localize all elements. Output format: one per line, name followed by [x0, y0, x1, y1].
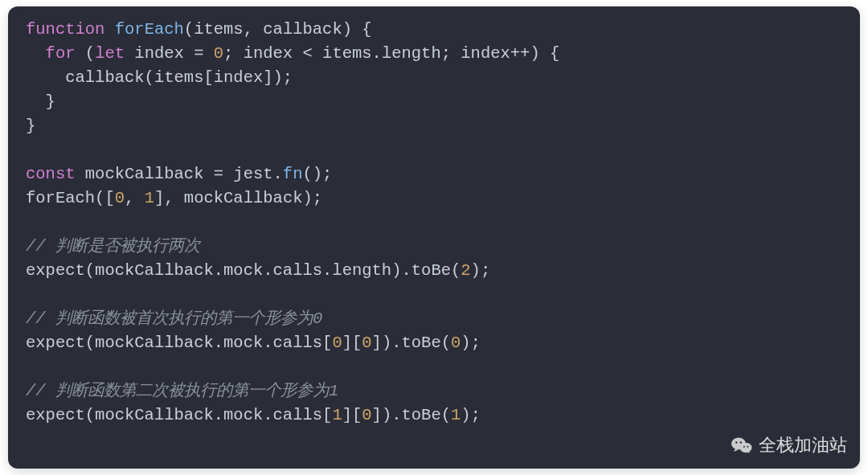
code-token-comment: // 判断函数被首次执行的第一个形参为0: [26, 309, 322, 328]
code-token-fn: fn: [283, 165, 303, 183]
wechat-icon: [731, 436, 752, 454]
code-token-comment: // 判断函数第二次被执行的第一个形参为1: [26, 382, 338, 400]
code-token-plain: }: [26, 117, 35, 135]
code-token-plain: ; index < items.length; index++) {: [223, 44, 559, 63]
code-token-number: 1: [332, 406, 342, 424]
code-token-plain: ]).toBe(: [372, 406, 451, 424]
code-token-keyword2: let: [95, 44, 125, 63]
watermark: 全栈加油站: [731, 433, 847, 457]
code-token-comment: // 判断是否被执行两次: [26, 237, 200, 256]
code-token-plain: ,: [125, 189, 145, 207]
code-card: function forEach(items, callback) { for …: [8, 6, 860, 469]
code-token-number: 0: [332, 334, 342, 352]
code-token-number: 0: [115, 189, 125, 207]
code-token-plain: (items, callback) {: [184, 20, 372, 39]
code-token-plain: expect(mockCallback.mock.calls[: [26, 334, 332, 352]
code-token-plain: (: [76, 44, 96, 63]
code-token-keyword: for: [46, 44, 76, 63]
code-token-plain: ]).toBe(: [372, 334, 451, 352]
code-token-plain: [26, 44, 46, 63]
code-token-plain: ], mockCallback);: [154, 189, 322, 207]
code-token-plain: index =: [125, 44, 214, 63]
svg-point-2: [735, 441, 737, 443]
code-token-plain: ();: [302, 165, 332, 183]
code-token-plain: }: [26, 92, 55, 111]
code-token-plain: );: [461, 406, 481, 424]
code-token-plain: expect(mockCallback.mock.calls.length).t…: [26, 261, 461, 280]
code-token-funcname: forEach: [115, 20, 184, 39]
code-token-plain: forEach([: [26, 189, 115, 207]
code-token-plain: callback(items[index]);: [26, 68, 293, 87]
code-token-number: 0: [362, 406, 371, 424]
svg-point-1: [740, 443, 752, 452]
code-token-plain: ][: [342, 334, 362, 352]
code-token-plain: mockCallback = jest.: [76, 165, 283, 183]
code-block: function forEach(items, callback) { for …: [26, 18, 842, 428]
code-token-number: 0: [214, 44, 223, 63]
code-token-number: 2: [461, 261, 470, 280]
code-token-plain: expect(mockCallback.mock.calls[: [26, 406, 332, 424]
code-token-number: 1: [145, 189, 154, 207]
svg-point-3: [740, 441, 742, 443]
code-token-plain: ][: [342, 406, 362, 424]
code-token-number: 0: [451, 334, 461, 352]
code-token-keyword2: const: [26, 165, 76, 183]
svg-point-4: [743, 446, 745, 448]
code-token-plain: );: [471, 261, 491, 280]
code-token-plain: );: [461, 334, 481, 352]
code-token-keyword: function: [26, 20, 104, 39]
code-token-number: 0: [362, 334, 371, 352]
watermark-text: 全栈加油站: [759, 433, 847, 457]
code-token-number: 1: [451, 406, 461, 424]
code-token-plain: [104, 20, 114, 39]
svg-point-5: [747, 446, 748, 448]
